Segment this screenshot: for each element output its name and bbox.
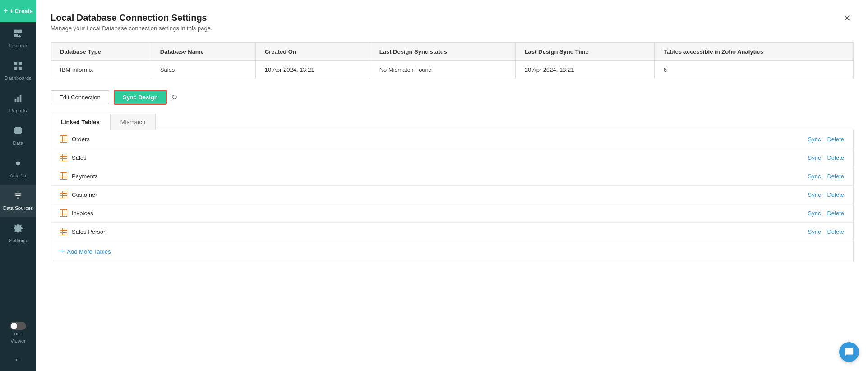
table-name: Orders [72,136,808,143]
delete-link[interactable]: Delete [827,136,844,143]
col-sync-time: Last Design Sync Time [515,43,654,61]
chat-support-button[interactable] [839,342,859,362]
table-name: Sales Person [72,228,808,235]
sidebar-bottom: OFF Viewer ← [0,316,36,371]
sidebar-item-label: Data [13,140,23,146]
create-button[interactable]: + + Create [0,0,36,22]
table-actions: Sync Delete [808,154,844,161]
table-row: Customer Sync Delete [51,186,853,204]
data-icon [13,126,23,138]
svg-rect-2 [19,67,22,70]
viewer-section: OFF Viewer [0,316,36,349]
table-actions: Sync Delete [808,136,844,143]
val-sync-status: No Mismatch Found [370,61,515,79]
col-sync-status: Last Design Sync status [370,43,515,61]
tabs: Linked Tables Mismatch [51,114,854,130]
val-tables-accessible: 6 [654,61,853,79]
sync-design-button[interactable]: Sync Design [114,90,167,105]
action-bar: Edit Connection Sync Design ↻ [51,90,854,105]
collapse-button[interactable]: ← [0,349,36,371]
col-tables-accessible: Tables accessible in Zoho Analytics [654,43,853,61]
table-row: Sales Sync Delete [51,148,853,167]
panel-subtitle: Manage your Local Database connection se… [51,25,212,32]
edit-connection-button[interactable]: Edit Connection [51,90,109,104]
delete-link[interactable]: Delete [827,191,844,198]
tab-mismatch[interactable]: Mismatch [110,114,156,130]
table-name: Invoices [72,210,808,217]
sidebar-item-dashboards[interactable]: Dashboards [0,55,36,87]
svg-rect-5 [17,97,19,102]
close-button[interactable]: ✕ [840,13,854,23]
sync-link[interactable]: Sync [808,191,821,198]
toggle-off-label: OFF [14,332,22,336]
table-actions: Sync Delete [808,191,844,198]
table-actions: Sync Delete [808,228,844,235]
val-sync-time: 10 Apr 2024, 13:21 [515,61,654,79]
sidebar-item-label: Dashboards [5,75,31,81]
svg-rect-3 [14,67,17,70]
reports-icon [13,93,23,106]
val-db-type: IBM Informix [51,61,151,79]
panel-header: Local Database Connection Settings Manag… [51,13,854,32]
viewer-toggle[interactable] [10,322,26,330]
panel: Local Database Connection Settings Manag… [36,0,868,371]
sidebar-item-label: Explorer [9,43,28,48]
dashboards-icon [13,61,23,73]
sidebar-item-explorer[interactable]: Explorer [0,22,36,55]
table-row: Orders Sync Delete [51,130,853,148]
col-created-on: Created On [255,43,370,61]
explorer-icon [13,28,23,41]
add-more-label: Add More Tables [67,248,111,255]
table-grid-icon [60,228,67,235]
table-name: Payments [72,173,808,180]
sidebar-item-label: Reports [9,108,27,113]
tables-list: Orders Sync Delete Sales Sync Delete [51,130,854,241]
create-label: + Create [9,8,33,14]
table-name: Customer [72,191,808,198]
sidebar-item-reports[interactable]: Reports [0,87,36,120]
add-more-tables[interactable]: + Add More Tables [51,241,854,262]
delete-link[interactable]: Delete [827,228,844,235]
settings-icon [13,223,23,236]
delete-link[interactable]: Delete [827,210,844,217]
table-grid-icon [60,154,67,161]
tab-linked-tables[interactable]: Linked Tables [51,114,110,130]
panel-title: Local Database Connection Settings [51,13,212,23]
sidebar-item-label: Ask Zia [10,173,27,178]
sidebar-item-label: Data Sources [3,205,33,211]
delete-link[interactable]: Delete [827,154,844,161]
refresh-icon[interactable]: ↻ [171,93,177,102]
info-table: Database Type Database Name Created On L… [51,42,854,79]
delete-link[interactable]: Delete [827,173,844,180]
data-sources-icon [13,191,23,203]
table-actions: Sync Delete [808,210,844,217]
panel-title-section: Local Database Connection Settings Manag… [51,13,212,32]
table-grid-icon [60,209,67,217]
col-db-type: Database Type [51,43,151,61]
sync-link[interactable]: Sync [808,154,821,161]
table-grid-icon [60,135,67,143]
sidebar: + + Create Explorer Dashboards Reports D… [0,0,36,371]
val-db-name: Sales [151,61,255,79]
table-actions: Sync Delete [808,173,844,180]
svg-rect-4 [15,99,17,102]
table-row: Sales Person Sync Delete [51,223,853,241]
table-row: Invoices Sync Delete [51,204,853,223]
sync-link[interactable]: Sync [808,228,821,235]
table-grid-icon [60,172,67,180]
sync-link[interactable]: Sync [808,173,821,180]
sidebar-item-settings[interactable]: Settings [0,217,36,250]
sidebar-item-data-sources[interactable]: Data Sources [0,185,36,217]
sidebar-item-data[interactable]: Data [0,120,36,152]
val-created-on: 10 Apr 2024, 13:21 [255,61,370,79]
table-row: Payments Sync Delete [51,167,853,186]
svg-rect-0 [14,62,17,65]
table-name: Sales [72,154,808,161]
sync-link[interactable]: Sync [808,210,821,217]
svg-rect-1 [19,62,22,65]
sync-link[interactable]: Sync [808,136,821,143]
sidebar-item-ask-zia[interactable]: Ask Zia [0,152,36,185]
viewer-label: Viewer [10,338,25,343]
ask-zia-icon [13,158,23,171]
sidebar-item-label: Settings [9,238,27,243]
